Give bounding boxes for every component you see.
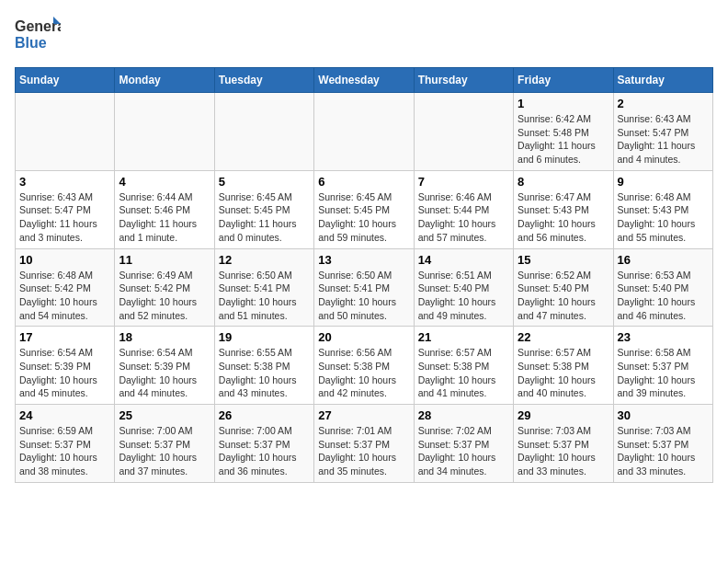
calendar-cell: 10Sunrise: 6:48 AMSunset: 5:42 PMDayligh… xyxy=(16,248,115,327)
day-header-friday: Friday xyxy=(514,68,613,93)
day-info: Sunrise: 6:43 AMSunset: 5:47 PMDaylight:… xyxy=(618,112,709,167)
calendar-cell: 17Sunrise: 6:54 AMSunset: 5:39 PMDayligh… xyxy=(16,327,115,405)
day-info: Sunrise: 6:57 AMSunset: 5:38 PMDaylight:… xyxy=(518,346,609,400)
day-info: Sunrise: 7:03 AMSunset: 5:37 PMDaylight:… xyxy=(518,424,609,478)
day-header-saturday: Saturday xyxy=(613,68,712,93)
calendar-cell: 21Sunrise: 6:57 AMSunset: 5:38 PMDayligh… xyxy=(414,327,513,405)
day-info: Sunrise: 6:50 AMSunset: 5:41 PMDaylight:… xyxy=(318,269,409,323)
day-info: Sunrise: 7:02 AMSunset: 5:37 PMDaylight:… xyxy=(418,424,509,478)
day-number: 4 xyxy=(119,175,210,189)
day-info: Sunrise: 6:53 AMSunset: 5:40 PMDaylight:… xyxy=(618,269,709,323)
calendar-cell xyxy=(414,93,513,171)
day-number: 22 xyxy=(518,330,609,344)
day-info: Sunrise: 6:43 AMSunset: 5:47 PMDaylight:… xyxy=(19,190,110,245)
calendar-cell: 5Sunrise: 6:45 AMSunset: 5:45 PMDaylight… xyxy=(214,170,313,248)
day-number: 19 xyxy=(219,330,310,344)
day-info: Sunrise: 6:45 AMSunset: 5:45 PMDaylight:… xyxy=(318,190,409,245)
calendar-cell: 11Sunrise: 6:49 AMSunset: 5:42 PMDayligh… xyxy=(115,248,214,327)
week-row-2: 3Sunrise: 6:43 AMSunset: 5:47 PMDaylight… xyxy=(16,170,713,248)
day-number: 1 xyxy=(518,97,609,110)
day-number: 9 xyxy=(618,175,709,189)
day-info: Sunrise: 6:48 AMSunset: 5:43 PMDaylight:… xyxy=(618,190,709,245)
calendar-cell: 14Sunrise: 6:51 AMSunset: 5:40 PMDayligh… xyxy=(414,248,513,327)
day-info: Sunrise: 6:59 AMSunset: 5:37 PMDaylight:… xyxy=(19,424,110,478)
day-number: 17 xyxy=(19,330,110,344)
calendar-cell: 20Sunrise: 6:56 AMSunset: 5:38 PMDayligh… xyxy=(314,327,414,405)
calendar-table: SundayMondayTuesdayWednesdayThursdayFrid… xyxy=(15,67,713,483)
calendar-cell: 22Sunrise: 6:57 AMSunset: 5:38 PMDayligh… xyxy=(514,327,613,405)
day-info: Sunrise: 6:45 AMSunset: 5:45 PMDaylight:… xyxy=(219,190,310,245)
day-number: 6 xyxy=(318,175,409,189)
day-header-tuesday: Tuesday xyxy=(214,68,313,93)
calendar-cell: 19Sunrise: 6:55 AMSunset: 5:38 PMDayligh… xyxy=(214,327,313,405)
day-info: Sunrise: 6:57 AMSunset: 5:38 PMDaylight:… xyxy=(418,346,509,400)
day-info: Sunrise: 6:50 AMSunset: 5:41 PMDaylight:… xyxy=(219,269,310,323)
calendar-cell: 23Sunrise: 6:58 AMSunset: 5:37 PMDayligh… xyxy=(613,327,712,405)
calendar-cell: 7Sunrise: 6:46 AMSunset: 5:44 PMDaylight… xyxy=(414,170,513,248)
calendar-cell: 3Sunrise: 6:43 AMSunset: 5:47 PMDaylight… xyxy=(16,170,115,248)
day-number: 8 xyxy=(518,175,609,189)
day-number: 24 xyxy=(19,408,110,422)
day-header-sunday: Sunday xyxy=(16,68,115,93)
week-row-5: 24Sunrise: 6:59 AMSunset: 5:37 PMDayligh… xyxy=(16,405,713,483)
calendar-cell: 2Sunrise: 6:43 AMSunset: 5:47 PMDaylight… xyxy=(613,93,712,171)
day-number: 13 xyxy=(318,253,409,267)
day-number: 2 xyxy=(618,97,709,110)
calendar-cell: 8Sunrise: 6:47 AMSunset: 5:43 PMDaylight… xyxy=(514,170,613,248)
calendar-cell: 27Sunrise: 7:01 AMSunset: 5:37 PMDayligh… xyxy=(314,405,414,483)
day-info: Sunrise: 7:00 AMSunset: 5:37 PMDaylight:… xyxy=(119,424,210,478)
day-info: Sunrise: 7:03 AMSunset: 5:37 PMDaylight:… xyxy=(618,424,709,478)
svg-text:Blue: Blue xyxy=(15,35,47,51)
day-number: 14 xyxy=(418,253,509,267)
day-number: 5 xyxy=(219,175,310,189)
calendar-cell: 4Sunrise: 6:44 AMSunset: 5:46 PMDaylight… xyxy=(115,170,214,248)
day-info: Sunrise: 6:55 AMSunset: 5:38 PMDaylight:… xyxy=(219,346,310,400)
day-info: Sunrise: 7:00 AMSunset: 5:37 PMDaylight:… xyxy=(219,424,310,478)
day-number: 16 xyxy=(618,253,709,267)
day-info: Sunrise: 6:42 AMSunset: 5:48 PMDaylight:… xyxy=(518,112,609,167)
calendar-cell xyxy=(115,93,214,171)
calendar-cell: 12Sunrise: 6:50 AMSunset: 5:41 PMDayligh… xyxy=(214,248,313,327)
week-row-3: 10Sunrise: 6:48 AMSunset: 5:42 PMDayligh… xyxy=(16,248,713,327)
day-info: Sunrise: 6:47 AMSunset: 5:43 PMDaylight:… xyxy=(518,190,609,245)
week-row-1: 1Sunrise: 6:42 AMSunset: 5:48 PMDaylight… xyxy=(16,93,713,171)
day-header-thursday: Thursday xyxy=(414,68,513,93)
day-number: 26 xyxy=(219,408,310,422)
day-number: 3 xyxy=(19,175,110,189)
calendar-cell xyxy=(16,93,115,171)
day-info: Sunrise: 6:56 AMSunset: 5:38 PMDaylight:… xyxy=(318,346,409,400)
day-number: 27 xyxy=(318,408,409,422)
days-header-row: SundayMondayTuesdayWednesdayThursdayFrid… xyxy=(16,68,713,93)
day-info: Sunrise: 6:58 AMSunset: 5:37 PMDaylight:… xyxy=(618,346,709,400)
calendar-cell: 29Sunrise: 7:03 AMSunset: 5:37 PMDayligh… xyxy=(514,405,613,483)
day-info: Sunrise: 6:52 AMSunset: 5:40 PMDaylight:… xyxy=(518,269,609,323)
day-number: 11 xyxy=(119,253,210,267)
day-info: Sunrise: 6:54 AMSunset: 5:39 PMDaylight:… xyxy=(19,346,110,400)
day-info: Sunrise: 6:44 AMSunset: 5:46 PMDaylight:… xyxy=(119,190,210,245)
calendar-cell: 26Sunrise: 7:00 AMSunset: 5:37 PMDayligh… xyxy=(214,405,313,483)
day-number: 7 xyxy=(418,175,509,189)
calendar-cell: 15Sunrise: 6:52 AMSunset: 5:40 PMDayligh… xyxy=(514,248,613,327)
calendar-cell: 13Sunrise: 6:50 AMSunset: 5:41 PMDayligh… xyxy=(314,248,414,327)
calendar-cell: 1Sunrise: 6:42 AMSunset: 5:48 PMDaylight… xyxy=(514,93,613,171)
calendar-cell: 28Sunrise: 7:02 AMSunset: 5:37 PMDayligh… xyxy=(414,405,513,483)
page-header: GeneralBlue xyxy=(15,15,713,56)
calendar-cell xyxy=(214,93,313,171)
calendar-cell: 24Sunrise: 6:59 AMSunset: 5:37 PMDayligh… xyxy=(16,405,115,483)
day-info: Sunrise: 6:51 AMSunset: 5:40 PMDaylight:… xyxy=(418,269,509,323)
logo: GeneralBlue xyxy=(15,15,61,56)
day-number: 25 xyxy=(119,408,210,422)
day-number: 21 xyxy=(418,330,509,344)
day-info: Sunrise: 6:49 AMSunset: 5:42 PMDaylight:… xyxy=(119,269,210,323)
day-number: 12 xyxy=(219,253,310,267)
day-number: 10 xyxy=(19,253,110,267)
calendar-cell: 18Sunrise: 6:54 AMSunset: 5:39 PMDayligh… xyxy=(115,327,214,405)
day-info: Sunrise: 6:54 AMSunset: 5:39 PMDaylight:… xyxy=(119,346,210,400)
day-number: 15 xyxy=(518,253,609,267)
calendar-cell: 6Sunrise: 6:45 AMSunset: 5:45 PMDaylight… xyxy=(314,170,414,248)
logo-svg: GeneralBlue xyxy=(15,15,61,56)
day-header-monday: Monday xyxy=(115,68,214,93)
calendar-cell xyxy=(314,93,414,171)
day-info: Sunrise: 7:01 AMSunset: 5:37 PMDaylight:… xyxy=(318,424,409,478)
day-info: Sunrise: 6:48 AMSunset: 5:42 PMDaylight:… xyxy=(19,269,110,323)
